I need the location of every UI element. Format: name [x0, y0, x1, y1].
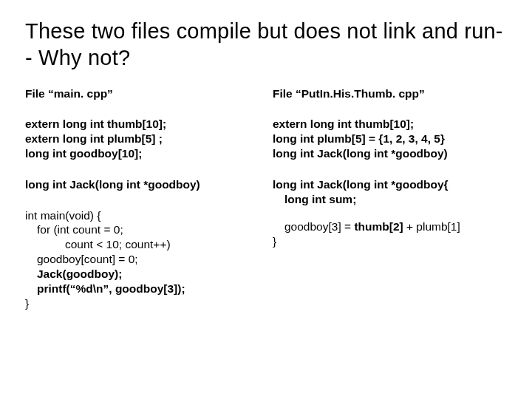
left-column: File “main. cpp” extern long int thumb[1…: [25, 86, 259, 327]
slide-title: These two files compile but does not lin…: [25, 18, 507, 72]
code-line: }: [273, 234, 507, 249]
code-line: int main(void) {: [25, 208, 259, 223]
code-line: long int Jack(long int *goodboy{: [273, 177, 507, 192]
left-prototype: long int Jack(long int *goodboy): [25, 177, 259, 192]
left-file-label: File “main. cpp”: [25, 86, 259, 101]
blank-line: [273, 206, 507, 219]
left-declarations: extern long int thumb[10]; extern long i…: [25, 117, 259, 160]
code-fragment: + plumb[1]: [403, 220, 460, 233]
two-column-layout: File “main. cpp” extern long int thumb[1…: [25, 86, 507, 327]
code-line: printf(“%d\n”, goodboy[3]);: [25, 282, 259, 296]
right-function: long int Jack(long int *goodboy{ long in…: [273, 177, 507, 249]
code-fragment-bold: thumb[2]: [354, 220, 403, 233]
code-line: long int Jack(long int *goodboy): [25, 177, 259, 192]
code-fragment: goodboy[3] =: [284, 220, 354, 233]
right-column: File “PutIn.His.Thumb. cpp” extern long …: [273, 86, 507, 327]
code-line: extern long int plumb[5] ;: [25, 132, 259, 146]
assignment-line: goodboy[3] = thumb[2] + plumb[1]: [273, 219, 507, 234]
code-line: Jack(goodboy);: [25, 267, 259, 282]
code-line: extern long int thumb[10];: [25, 117, 259, 132]
code-line: }: [25, 296, 259, 311]
code-line: long int sum;: [273, 192, 507, 207]
right-declarations: extern long int thumb[10]; long int plum…: [273, 117, 507, 160]
code-line: count < 10; count++): [25, 237, 259, 252]
code-line: for (int count = 0;: [25, 222, 259, 237]
code-line: long int goodboy[10];: [25, 146, 259, 161]
left-main-function: int main(void) { for (int count = 0; cou…: [25, 208, 259, 311]
code-line: long int plumb[5] = {1, 2, 3, 4, 5}: [273, 132, 507, 146]
code-line: goodboy[count] = 0;: [25, 252, 259, 267]
code-line: long int Jack(long int *goodboy): [273, 146, 507, 161]
code-line: extern long int thumb[10];: [273, 117, 507, 132]
right-file-label: File “PutIn.His.Thumb. cpp”: [273, 86, 507, 101]
